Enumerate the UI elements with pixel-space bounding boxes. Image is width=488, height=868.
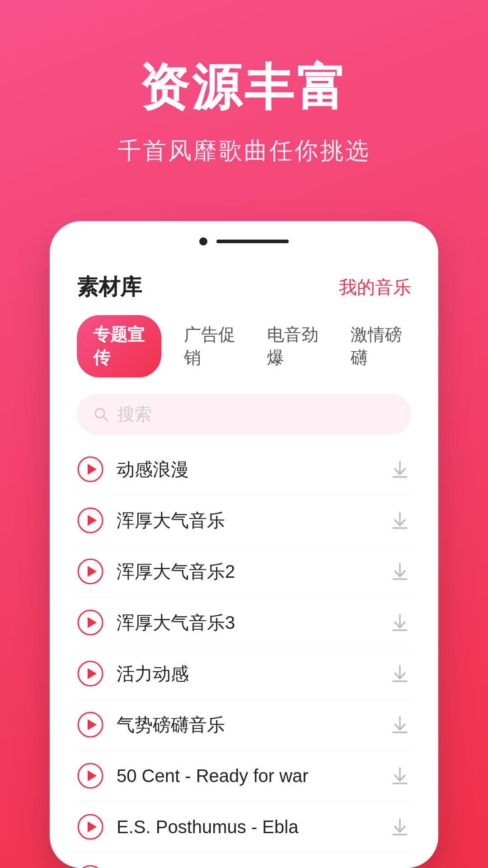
svg-marker-23 (88, 719, 97, 730)
svg-marker-27 (88, 770, 97, 781)
main-title: 资源丰富 (139, 54, 349, 122)
nav-my-music-button[interactable]: 我的音乐 (339, 275, 411, 300)
sub-title: 千首风靡歌曲任你挑选 (117, 135, 371, 167)
list-item: Fields Of Locust - An Entrance (77, 853, 411, 868)
search-icon (93, 406, 109, 423)
phone-content: 素材库 我的音乐 专题宣传 广告促销 电音劲爆 激情磅礴 搜索 (50, 255, 438, 868)
download-icon[interactable] (389, 509, 411, 532)
download-icon[interactable] (389, 713, 411, 736)
svg-marker-11 (88, 566, 97, 577)
play-icon[interactable] (77, 609, 104, 636)
play-icon[interactable] (77, 864, 104, 868)
play-icon[interactable] (77, 813, 104, 840)
play-icon[interactable] (77, 711, 104, 738)
list-item: E.S. Posthumus - Ebla (77, 802, 411, 853)
svg-marker-7 (88, 515, 97, 526)
phone-home-bar (216, 240, 289, 243)
download-icon[interactable] (389, 662, 411, 685)
music-title: 浑厚大气音乐 (117, 508, 225, 533)
play-icon[interactable] (77, 660, 104, 687)
download-icon[interactable] (389, 560, 411, 583)
music-title: 气势磅礴音乐 (117, 712, 225, 737)
play-icon[interactable] (77, 456, 104, 483)
music-list: 动感浪漫 浑厚大气音乐 (77, 444, 411, 868)
category-tabs: 专题宣传 广告促销 电音劲爆 激情磅礴 (77, 315, 411, 377)
search-bar[interactable]: 搜索 (77, 394, 411, 435)
header-section: 资源丰富 千首风靡歌曲任你挑选 (0, 0, 488, 194)
music-title: 活力动感 (117, 661, 189, 686)
svg-marker-3 (88, 464, 97, 475)
list-item: 浑厚大气音乐3 (77, 597, 411, 648)
list-item: 浑厚大气音乐2 (77, 546, 411, 597)
list-item: 50 Cent - Ready for war (77, 750, 411, 802)
svg-marker-31 (88, 821, 97, 832)
music-title: E.S. Posthumus - Ebla (117, 817, 298, 837)
nav-library-label: 素材库 (77, 273, 142, 302)
svg-marker-19 (88, 668, 97, 679)
tab-epic[interactable]: 激情磅礴 (342, 315, 412, 377)
svg-line-1 (103, 416, 108, 421)
phone-top-bar (50, 237, 438, 255)
list-item: 动感浪漫 (77, 444, 411, 495)
music-title: 动感浪漫 (117, 457, 189, 482)
tab-ad[interactable]: 广告促销 (175, 315, 245, 377)
list-item: 浑厚大气音乐 (77, 495, 411, 546)
list-item: 活力动感 (77, 648, 411, 699)
svg-marker-15 (88, 617, 97, 628)
phone-camera-dot (199, 237, 207, 245)
music-title: 浑厚大气音乐3 (117, 610, 235, 635)
list-item: 气势磅礴音乐 (77, 699, 411, 750)
download-icon[interactable] (389, 816, 411, 838)
app-nav: 素材库 我的音乐 (77, 255, 411, 315)
svg-point-34 (78, 866, 103, 868)
phone-wrapper: 素材库 我的音乐 专题宣传 广告促销 电音劲爆 激情磅礴 搜索 (50, 221, 438, 868)
music-title: 50 Cent - Ready for war (117, 766, 309, 786)
search-placeholder: 搜索 (117, 403, 152, 426)
play-icon[interactable] (77, 558, 104, 585)
tab-featured[interactable]: 专题宣传 (77, 315, 161, 377)
music-title: 浑厚大气音乐2 (117, 559, 235, 584)
download-icon[interactable] (389, 458, 411, 481)
play-icon[interactable] (77, 507, 104, 534)
tab-electronic[interactable]: 电音劲爆 (258, 315, 328, 377)
download-icon[interactable] (389, 611, 411, 634)
download-icon[interactable] (389, 764, 411, 787)
play-icon[interactable] (77, 762, 104, 789)
